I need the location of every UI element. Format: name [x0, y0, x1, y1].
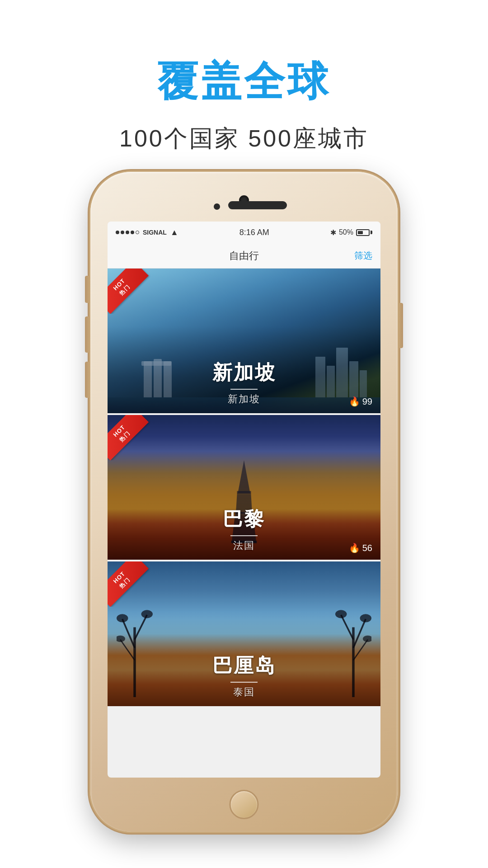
card-singapore[interactable]: HOT 热门 新加坡 新加坡 🔥 99: [108, 269, 380, 413]
city-name-singapore: 新加坡: [117, 359, 371, 386]
side-button-mute: [85, 276, 90, 303]
side-button-vol-down: [85, 362, 90, 398]
signal-indicator: [116, 231, 139, 234]
phone-shell: SIGNAL ▲ 8:16 AM ✱ 50% 自由行: [90, 172, 398, 832]
phone-screen: SIGNAL ▲ 8:16 AM ✱ 50% 自由行: [108, 222, 380, 778]
nav-title: 自由行: [229, 249, 259, 263]
nav-bar: 自由行 筛选: [108, 243, 380, 269]
card-paris[interactable]: HOT 热门 巴黎 法国 🔥 56: [108, 415, 380, 560]
status-time: 8:16 AM: [239, 228, 269, 237]
battery-icon: [356, 229, 372, 236]
card-divider-bali: [230, 682, 258, 683]
battery-body: [356, 229, 370, 236]
battery-tip: [371, 231, 372, 234]
count-value-paris: 56: [362, 543, 372, 553]
sub-title: 100个国家 500座城市: [0, 123, 488, 155]
hot-badge: HOT 热门: [108, 269, 153, 314]
country-name-singapore: 新加坡: [117, 392, 371, 406]
signal-dot-4: [131, 231, 134, 234]
hot-badge-bali: HOT 热门: [108, 561, 153, 607]
fire-icon-paris: 🔥: [349, 542, 360, 553]
bluetooth-icon: ✱: [330, 228, 336, 237]
hot-badge-inner-bali: HOT 热门: [108, 561, 149, 607]
card-divider-paris: [230, 535, 258, 536]
fire-icon: 🔥: [349, 396, 360, 407]
side-button-vol-up: [85, 316, 90, 353]
card-text-bali: 巴厘岛 泰国: [108, 645, 380, 706]
hot-badge-inner: HOT 热门: [108, 269, 149, 314]
battery-percent: 50%: [339, 228, 353, 236]
status-bar: SIGNAL ▲ 8:16 AM ✱ 50%: [108, 222, 380, 243]
wifi-icon: ▲: [170, 228, 178, 237]
hot-badge-inner-paris: HOT 热门: [108, 415, 149, 460]
city-name-paris: 巴黎: [117, 506, 371, 533]
country-name-paris: 法国: [117, 539, 371, 552]
status-left: SIGNAL ▲: [116, 228, 178, 237]
side-button-power: [398, 303, 403, 348]
signal-dot-3: [126, 231, 129, 234]
card-text-paris: 巴黎 法国: [108, 499, 380, 560]
home-button[interactable]: [230, 790, 259, 819]
card-bali[interactable]: HOT 热门 巴厘岛 泰国: [108, 561, 380, 706]
signal-label: SIGNAL: [143, 229, 167, 236]
battery-fill: [358, 231, 363, 234]
status-right: ✱ 50%: [330, 228, 372, 237]
phone-mockup: SIGNAL ▲ 8:16 AM ✱ 50% 自由行: [90, 172, 398, 832]
hot-badge-paris: HOT 热门: [108, 415, 153, 460]
signal-dot-5: [136, 231, 139, 234]
card-divider: [230, 389, 258, 390]
earpiece-speaker: [228, 201, 287, 209]
count-value: 99: [362, 396, 372, 407]
proximity-sensor: [214, 203, 220, 210]
signal-dot-1: [116, 231, 119, 234]
heat-count-paris: 🔥 56: [349, 542, 372, 553]
signal-dot-2: [121, 231, 124, 234]
heat-count-singapore: 🔥 99: [349, 396, 372, 407]
main-title: 覆盖全球: [0, 54, 488, 109]
card-text-singapore: 新加坡 新加坡: [108, 352, 380, 413]
destination-list: HOT 热门 新加坡 新加坡 🔥 99: [108, 269, 380, 708]
city-name-bali: 巴厘岛: [117, 652, 371, 679]
country-name-bali: 泰国: [117, 685, 371, 699]
filter-button[interactable]: 筛选: [354, 250, 372, 262]
